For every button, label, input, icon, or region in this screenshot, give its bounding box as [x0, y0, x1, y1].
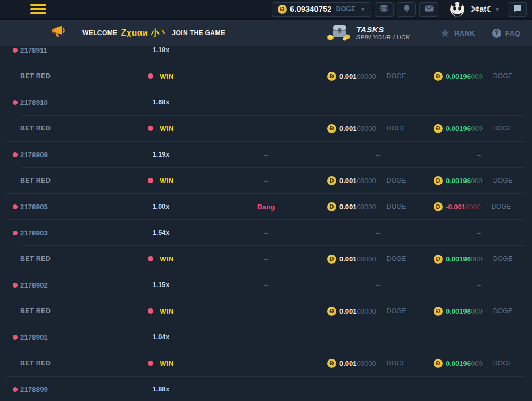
- profit-amount: 0.00196000: [446, 307, 483, 315]
- empty-value: –: [264, 177, 268, 185]
- messages-button[interactable]: [419, 2, 438, 17]
- empty-value: –: [264, 72, 268, 80]
- doge-coin-icon: Ð: [434, 202, 443, 211]
- currency-label: DOGE: [387, 359, 406, 367]
- multiplier-value: 1.54x: [153, 229, 169, 236]
- mail-icon: [425, 4, 434, 14]
- empty-value: –: [264, 359, 268, 367]
- bet-row: BET RED WIN – Ð 0.00100000 DOGE Ð 0.0019…: [7, 116, 525, 141]
- chevron-down-icon: ▼: [495, 6, 500, 12]
- game-id[interactable]: 2178905: [20, 203, 48, 211]
- game-id[interactable]: 2178911: [20, 46, 47, 54]
- result-win: WIN: [160, 177, 173, 185]
- bet-label: BET RED: [20, 177, 51, 184]
- currency-label: DOGE: [493, 72, 513, 80]
- result-win: WIN: [160, 125, 173, 133]
- empty-value: –: [376, 386, 379, 394]
- red-dot-icon: [13, 100, 18, 105]
- profit-amount: 0.00196000: [446, 125, 483, 133]
- bet-row: BET RED WIN – Ð 0.00100000 DOGE Ð 0.0019…: [7, 298, 525, 324]
- result-win: WIN: [160, 307, 173, 315]
- currency-label: DOGE: [493, 177, 513, 184]
- megaphone-icon: [51, 24, 66, 42]
- profit-amount: 0.00196000: [446, 177, 483, 185]
- game-id[interactable]: 2178910: [20, 99, 48, 107]
- game-id[interactable]: 2178909: [20, 151, 48, 159]
- empty-value: –: [264, 99, 268, 107]
- wallet-icon: [379, 4, 389, 14]
- loss-amount: -0.0010000: [446, 203, 481, 211]
- chat-bubble-icon: [513, 4, 521, 14]
- wallet-button[interactable]: [375, 2, 394, 17]
- currency-label: DOGE: [387, 203, 406, 210]
- bet-row: BET RED WIN – Ð 0.00100000 DOGE Ð 0.0019…: [7, 63, 525, 89]
- multiplier-value: 1.88x: [153, 386, 169, 393]
- game-row: 2178911 1.18x – – –: [7, 46, 525, 63]
- empty-value: –: [376, 151, 379, 159]
- bet-amount: 0.00100000: [339, 125, 376, 133]
- promo-banner: WELCOME Ζχuαи 小丶 JOIN THE GAME TASKS SPI…: [0, 20, 532, 46]
- empty-value: –: [264, 281, 268, 289]
- game-row: 2178901 1.04x – – –: [7, 324, 525, 350]
- doge-coin-icon: Ð: [278, 5, 287, 14]
- user-menu[interactable]: ☽¢at☾ ▼: [450, 2, 500, 17]
- game-row: 2178899 1.88x – – –: [7, 377, 525, 401]
- doge-coin-icon: Ð: [327, 72, 336, 81]
- tasks-widget[interactable]: TASKS SPIN YOUR LUCK: [326, 22, 410, 44]
- bet-label: BET RED: [20, 307, 51, 315]
- red-dot-icon: [13, 283, 18, 288]
- doge-coin-icon: Ð: [327, 307, 336, 316]
- faq-link[interactable]: ? FAQ: [492, 29, 520, 38]
- red-dot-icon: [13, 335, 18, 340]
- doge-coin-icon: Ð: [327, 124, 336, 133]
- empty-value: –: [264, 333, 268, 341]
- empty-value: –: [376, 333, 379, 341]
- welcome-message: WELCOME Ζχuαи 小丶 JOIN THE GAME: [82, 28, 225, 39]
- balance-selector[interactable]: Ð 6.09340752 DOGE ▼: [272, 2, 371, 17]
- notifications-button[interactable]: [397, 2, 416, 17]
- doge-coin-icon: Ð: [434, 176, 443, 185]
- game-id[interactable]: 2178903: [20, 229, 48, 237]
- currency-label: DOGE: [387, 177, 406, 184]
- red-dot-icon: [148, 256, 153, 261]
- treasure-chest-icon: [326, 22, 351, 44]
- red-dot-icon: [148, 126, 153, 131]
- faq-label: FAQ: [505, 29, 520, 37]
- game-row: 2178910 1.68x – – –: [7, 89, 525, 115]
- multiplier-value: 1.19x: [153, 151, 169, 158]
- game-id[interactable]: 2178902: [20, 281, 48, 289]
- multiplier-value: 1.04x: [153, 333, 169, 341]
- tasks-text: TASKS SPIN YOUR LUCK: [356, 25, 410, 41]
- currency-label: DOGE: [387, 72, 406, 80]
- bet-amount: 0.00100000: [339, 359, 376, 367]
- game-id[interactable]: 2178899: [20, 386, 48, 394]
- currency-label: DOGE: [493, 307, 513, 315]
- doge-coin-icon: Ð: [434, 124, 443, 133]
- doge-coin-icon: Ð: [434, 255, 443, 264]
- doge-coin-icon: Ð: [327, 202, 336, 211]
- red-dot-icon: [148, 178, 153, 183]
- result-win: WIN: [160, 72, 173, 80]
- bet-amount: 0.00100000: [339, 72, 376, 80]
- avatar: [450, 2, 464, 17]
- empty-value: –: [477, 229, 481, 237]
- multiplier-value: 1.18x: [153, 46, 169, 54]
- game-row: 2178903 1.54x – – –: [7, 220, 525, 245]
- doge-coin-icon: Ð: [327, 359, 336, 368]
- currency-label: DOGE: [492, 203, 511, 210]
- empty-value: –: [477, 99, 481, 107]
- welcome-username: Ζχuαи 小丶: [121, 28, 168, 39]
- menu-icon[interactable]: [30, 4, 46, 14]
- empty-value: –: [376, 46, 379, 54]
- chat-toggle-button[interactable]: [508, 2, 527, 17]
- multiplier-value: 1.68x: [153, 99, 169, 106]
- game-id[interactable]: 2178901: [20, 333, 48, 341]
- empty-value: –: [477, 333, 481, 341]
- rank-link[interactable]: ★ RANK: [440, 28, 476, 38]
- welcome-prefix: WELCOME: [82, 29, 117, 37]
- profit-amount: 0.00196000: [446, 72, 483, 80]
- currency-label: DOGE: [493, 359, 513, 367]
- multiplier-value: 1.00x: [153, 203, 169, 210]
- doge-coin-icon: Ð: [327, 255, 336, 264]
- bet-history-body: 2178911 1.18x – – – BET RED WIN – Ð 0.00…: [0, 46, 532, 401]
